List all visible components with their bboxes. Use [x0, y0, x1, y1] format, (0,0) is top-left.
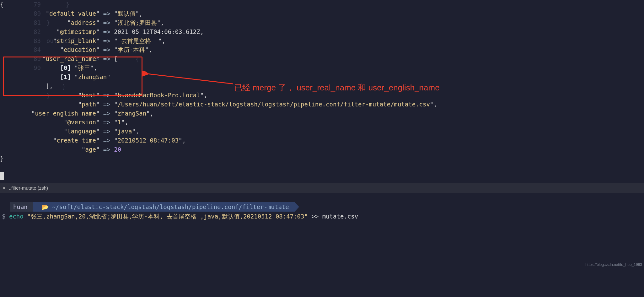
highlight-box [3, 57, 142, 96]
prompt-user-segment: huan [10, 202, 33, 212]
terminal-command-row[interactable]: $ echo "张三,zhangSan,20,湖北省;罗田县,学历-本科, 去首… [0, 212, 644, 221]
svg-line-0 [148, 74, 233, 84]
arrow-icon [142, 71, 236, 89]
folder-icon: 📂 [41, 202, 49, 212]
terminal-tabbar[interactable]: × ..filter-mutate (zsh) [0, 183, 644, 193]
terminal-prompt-row: huan 📂 ~/soft/elastic-stack/logstash/log… [0, 202, 644, 212]
terminal-tab-label[interactable]: ..filter-mutate (zsh) [9, 185, 48, 192]
prompt-path-segment: 📂 ~/soft/elastic-stack/logstash/logstash… [33, 202, 295, 212]
close-icon[interactable]: × [2, 185, 6, 192]
editor-pane[interactable]: 7980818283848990 }}output {stdout { => {… [0, 0, 644, 268]
text-caret [0, 172, 4, 180]
prompt-symbol: $ [2, 213, 5, 220]
prompt-path-text: ~/soft/elastic-stack/logstash/logstash/p… [52, 202, 289, 212]
watermark: https://blog.csdn.net/fu_huo_1993 [585, 262, 642, 267]
target-file: mutate.csv [322, 213, 358, 220]
terminal-pane[interactable]: huan 📂 ~/soft/elastic-stack/logstash/log… [0, 193, 644, 221]
redirect-op: >> [311, 213, 319, 220]
command-echo: echo [9, 213, 24, 220]
annotation-text: 已经 merge 了， user_real_name 和 user_englis… [234, 82, 440, 94]
command-arg: "张三,zhangSan,20,湖北省;罗田县,学历-本科, 去首尾空格 ,ja… [27, 213, 308, 220]
